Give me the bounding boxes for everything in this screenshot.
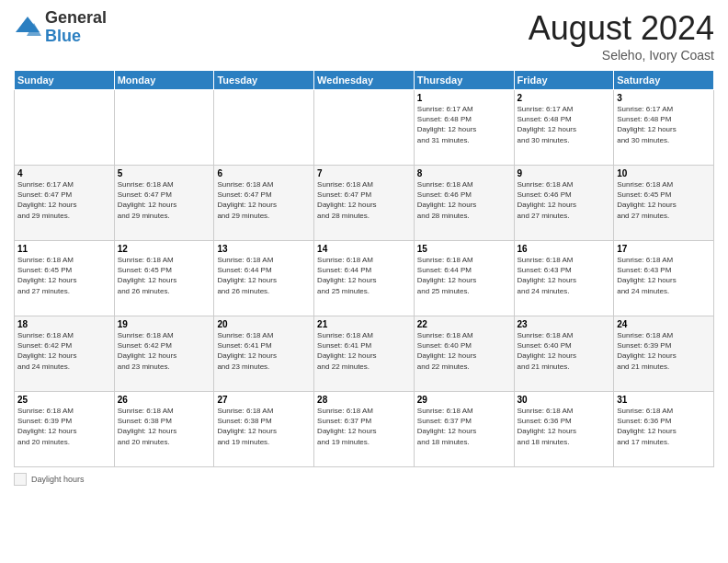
day-number: 7 [317, 168, 411, 178]
calendar-cell [114, 90, 214, 166]
logo: General Blue [14, 9, 107, 46]
day-info: Sunrise: 6:18 AM Sunset: 6:44 PM Dayligh… [317, 255, 411, 296]
day-info: Sunrise: 6:18 AM Sunset: 6:38 PM Dayligh… [118, 406, 211, 447]
calendar-cell: 2Sunrise: 6:17 AM Sunset: 6:48 PM Daylig… [514, 90, 614, 166]
day-info: Sunrise: 6:18 AM Sunset: 6:39 PM Dayligh… [17, 406, 111, 447]
day-info: Sunrise: 6:18 AM Sunset: 6:47 PM Dayligh… [317, 179, 411, 221]
day-number: 28 [317, 395, 411, 405]
calendar-cell: 8Sunrise: 6:18 AM Sunset: 6:46 PM Daylig… [414, 166, 514, 241]
day-info: Sunrise: 6:18 AM Sunset: 6:43 PM Dayligh… [617, 255, 711, 296]
day-info: Sunrise: 6:17 AM Sunset: 6:48 PM Dayligh… [518, 104, 611, 145]
day-info: Sunrise: 6:18 AM Sunset: 6:38 PM Dayligh… [217, 406, 311, 447]
calendar-cell: 24Sunrise: 6:18 AM Sunset: 6:39 PM Dayli… [614, 316, 714, 392]
day-number: 24 [617, 319, 711, 329]
calendar-cell: 1Sunrise: 6:17 AM Sunset: 6:48 PM Daylig… [414, 90, 514, 166]
day-number: 17 [617, 244, 711, 254]
calendar-cell: 15Sunrise: 6:18 AM Sunset: 6:44 PM Dayli… [414, 241, 514, 316]
col-friday: Friday [514, 71, 614, 90]
calendar-cell: 5Sunrise: 6:18 AM Sunset: 6:47 PM Daylig… [114, 166, 214, 241]
calendar-cell: 11Sunrise: 6:18 AM Sunset: 6:45 PM Dayli… [15, 241, 115, 316]
day-number: 18 [17, 319, 111, 329]
day-info: Sunrise: 6:18 AM Sunset: 6:45 PM Dayligh… [617, 179, 711, 221]
day-number: 5 [118, 168, 211, 178]
day-info: Sunrise: 6:18 AM Sunset: 6:36 PM Dayligh… [617, 406, 711, 447]
calendar-cell: 3Sunrise: 6:17 AM Sunset: 6:48 PM Daylig… [614, 90, 714, 166]
calendar-title: August 2024 [529, 9, 714, 48]
day-info: Sunrise: 6:18 AM Sunset: 6:47 PM Dayligh… [118, 179, 211, 221]
logo-icon [14, 14, 41, 41]
calendar-cell: 19Sunrise: 6:18 AM Sunset: 6:42 PM Dayli… [114, 316, 214, 392]
day-number: 1 [417, 93, 511, 103]
calendar-cell: 27Sunrise: 6:18 AM Sunset: 6:38 PM Dayli… [214, 392, 314, 467]
day-number: 31 [617, 395, 711, 405]
day-number: 12 [118, 244, 211, 254]
calendar-header-row: Sunday Monday Tuesday Wednesday Thursday… [15, 71, 714, 90]
day-info: Sunrise: 6:17 AM Sunset: 6:48 PM Dayligh… [617, 104, 711, 145]
day-number: 30 [518, 395, 611, 405]
day-info: Sunrise: 6:18 AM Sunset: 6:42 PM Dayligh… [118, 330, 211, 372]
calendar-week-4: 18Sunrise: 6:18 AM Sunset: 6:42 PM Dayli… [15, 316, 714, 392]
logo-text: General Blue [45, 9, 107, 46]
day-number: 2 [518, 93, 611, 103]
day-number: 8 [417, 168, 511, 178]
calendar-week-1: 1Sunrise: 6:17 AM Sunset: 6:48 PM Daylig… [15, 90, 714, 166]
day-info: Sunrise: 6:17 AM Sunset: 6:48 PM Dayligh… [417, 104, 511, 145]
col-thursday: Thursday [414, 71, 514, 90]
col-wednesday: Wednesday [314, 71, 415, 90]
calendar-cell: 26Sunrise: 6:18 AM Sunset: 6:38 PM Dayli… [114, 392, 214, 467]
day-number: 21 [317, 319, 411, 329]
col-tuesday: Tuesday [214, 71, 314, 90]
day-number: 15 [417, 244, 511, 254]
day-info: Sunrise: 6:18 AM Sunset: 6:37 PM Dayligh… [417, 406, 511, 447]
footer: Daylight hours [14, 473, 714, 486]
day-number: 22 [417, 319, 511, 329]
day-number: 4 [17, 168, 111, 178]
day-info: Sunrise: 6:18 AM Sunset: 6:44 PM Dayligh… [217, 255, 311, 296]
title-block: August 2024 Seleho, Ivory Coast [529, 9, 714, 63]
day-number: 19 [118, 319, 211, 329]
calendar-cell: 10Sunrise: 6:18 AM Sunset: 6:45 PM Dayli… [614, 166, 714, 241]
calendar-cell: 14Sunrise: 6:18 AM Sunset: 6:44 PM Dayli… [314, 241, 415, 316]
calendar-week-3: 11Sunrise: 6:18 AM Sunset: 6:45 PM Dayli… [15, 241, 714, 316]
calendar-cell: 25Sunrise: 6:18 AM Sunset: 6:39 PM Dayli… [15, 392, 115, 467]
calendar-cell: 7Sunrise: 6:18 AM Sunset: 6:47 PM Daylig… [314, 166, 415, 241]
calendar-week-5: 25Sunrise: 6:18 AM Sunset: 6:39 PM Dayli… [15, 392, 714, 467]
day-info: Sunrise: 6:18 AM Sunset: 6:45 PM Dayligh… [17, 255, 111, 296]
day-info: Sunrise: 6:18 AM Sunset: 6:41 PM Dayligh… [317, 330, 411, 372]
day-info: Sunrise: 6:17 AM Sunset: 6:47 PM Dayligh… [17, 179, 111, 221]
day-info: Sunrise: 6:18 AM Sunset: 6:40 PM Dayligh… [518, 330, 611, 372]
col-saturday: Saturday [614, 71, 714, 90]
day-info: Sunrise: 6:18 AM Sunset: 6:46 PM Dayligh… [518, 179, 611, 221]
footer-legend-box [14, 473, 27, 486]
day-number: 13 [217, 244, 311, 254]
calendar-cell: 17Sunrise: 6:18 AM Sunset: 6:43 PM Dayli… [614, 241, 714, 316]
day-info: Sunrise: 6:18 AM Sunset: 6:37 PM Dayligh… [317, 406, 411, 447]
day-info: Sunrise: 6:18 AM Sunset: 6:40 PM Dayligh… [417, 330, 511, 372]
logo-general-text: General [45, 9, 107, 28]
day-info: Sunrise: 6:18 AM Sunset: 6:43 PM Dayligh… [518, 255, 611, 296]
page: General Blue August 2024 Seleho, Ivory C… [0, 0, 728, 563]
calendar-cell: 16Sunrise: 6:18 AM Sunset: 6:43 PM Dayli… [514, 241, 614, 316]
day-number: 11 [17, 244, 111, 254]
day-info: Sunrise: 6:18 AM Sunset: 6:41 PM Dayligh… [217, 330, 311, 372]
calendar-cell: 23Sunrise: 6:18 AM Sunset: 6:40 PM Dayli… [514, 316, 614, 392]
day-number: 25 [17, 395, 111, 405]
day-number: 10 [617, 168, 711, 178]
footer-label: Daylight hours [31, 475, 85, 484]
day-number: 26 [118, 395, 211, 405]
calendar-cell [314, 90, 415, 166]
day-number: 20 [217, 319, 311, 329]
calendar-cell: 12Sunrise: 6:18 AM Sunset: 6:45 PM Dayli… [114, 241, 214, 316]
calendar-cell: 9Sunrise: 6:18 AM Sunset: 6:46 PM Daylig… [514, 166, 614, 241]
calendar-cell [15, 90, 115, 166]
day-number: 6 [217, 168, 311, 178]
calendar-cell: 30Sunrise: 6:18 AM Sunset: 6:36 PM Dayli… [514, 392, 614, 467]
day-number: 27 [217, 395, 311, 405]
col-monday: Monday [114, 71, 214, 90]
day-info: Sunrise: 6:18 AM Sunset: 6:47 PM Dayligh… [217, 179, 311, 221]
day-info: Sunrise: 6:18 AM Sunset: 6:42 PM Dayligh… [17, 330, 111, 372]
calendar-cell: 21Sunrise: 6:18 AM Sunset: 6:41 PM Dayli… [314, 316, 415, 392]
day-number: 23 [518, 319, 611, 329]
calendar-cell [214, 90, 314, 166]
calendar-table: Sunday Monday Tuesday Wednesday Thursday… [14, 70, 714, 467]
